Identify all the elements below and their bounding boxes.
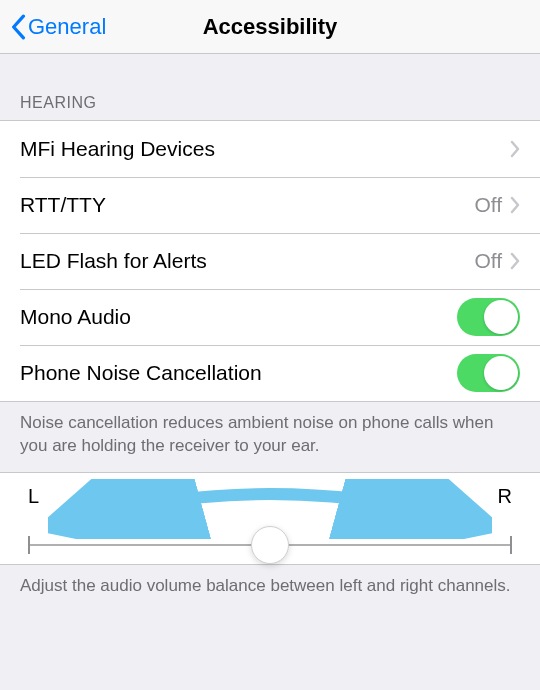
hearing-settings-group: MFi Hearing Devices RTT/TTY Off LED Flas… xyxy=(0,120,540,402)
balance-footer: Adjust the audio volume balance between … xyxy=(0,565,540,612)
row-led-flash-for-alerts[interactable]: LED Flash for Alerts Off xyxy=(0,233,540,289)
balance-right-label: R xyxy=(498,485,512,508)
row-label: Phone Noise Cancellation xyxy=(20,361,262,385)
audio-balance-cell: L R xyxy=(0,472,540,565)
chevron-right-icon xyxy=(510,252,520,270)
row-label: RTT/TTY xyxy=(20,193,106,217)
row-mfi-hearing-devices[interactable]: MFi Hearing Devices xyxy=(0,121,540,177)
chevron-left-icon xyxy=(10,14,26,40)
row-label: Mono Audio xyxy=(20,305,131,329)
row-value: Off xyxy=(474,249,502,273)
section-header-hearing: HEARING xyxy=(0,94,540,120)
row-rtt-tty[interactable]: RTT/TTY Off xyxy=(0,177,540,233)
row-value: Off xyxy=(474,193,502,217)
row-label: LED Flash for Alerts xyxy=(20,249,207,273)
noise-cancellation-footer: Noise cancellation reduces ambient noise… xyxy=(0,402,540,472)
row-phone-noise-cancellation: Phone Noise Cancellation xyxy=(0,345,540,401)
nav-bar: General Accessibility xyxy=(0,0,540,54)
slider-thumb[interactable] xyxy=(251,526,289,564)
audio-balance-slider[interactable] xyxy=(28,544,512,546)
back-label: General xyxy=(28,14,106,40)
chevron-right-icon xyxy=(510,140,520,158)
chevron-right-icon xyxy=(510,196,520,214)
back-button[interactable]: General xyxy=(0,0,106,53)
row-mono-audio: Mono Audio xyxy=(0,289,540,345)
phone-noise-cancellation-toggle[interactable] xyxy=(457,354,520,392)
mono-audio-toggle[interactable] xyxy=(457,298,520,336)
balance-left-label: L xyxy=(28,485,39,508)
row-label: MFi Hearing Devices xyxy=(20,137,215,161)
